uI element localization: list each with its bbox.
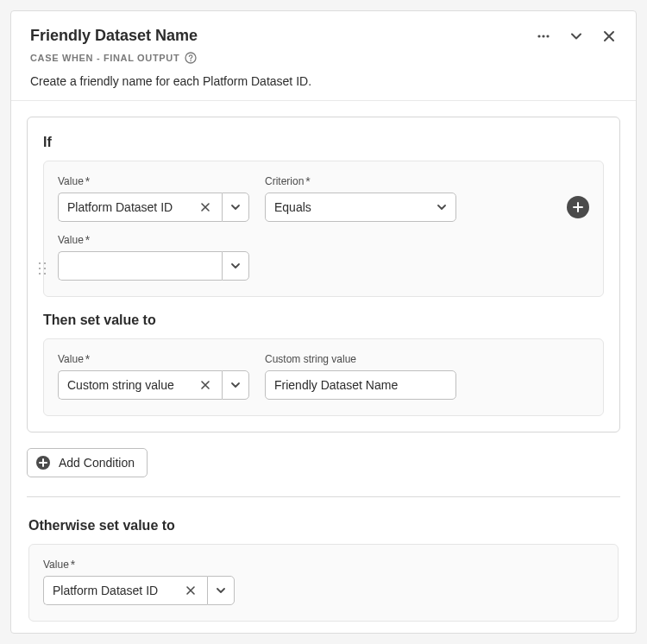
page-title: Friendly Dataset Name <box>30 27 536 45</box>
otherwise-value-label: Value* <box>43 557 235 571</box>
plus-circle-icon <box>35 454 52 471</box>
then-value-text: Custom string value <box>67 378 192 392</box>
then-label: Then set value to <box>43 313 604 328</box>
svg-point-1 <box>542 35 544 37</box>
value2-combo[interactable] <box>58 251 249 281</box>
svg-point-5 <box>39 262 41 264</box>
add-condition-button[interactable]: Add Condition <box>27 448 148 477</box>
svg-point-8 <box>44 268 46 269</box>
collapse-icon[interactable] <box>568 28 584 44</box>
otherwise-subcard: Value* Platform Dataset ID <box>28 544 619 622</box>
svg-point-6 <box>44 262 46 264</box>
derived-field-card: Friendly Dataset Name CASE WHEN - FINAL … <box>10 10 637 634</box>
value1-label: Value* <box>58 174 249 187</box>
add-row-button[interactable] <box>567 196 589 218</box>
then-block: Value* Custom string value <box>43 338 604 416</box>
then-value-label: Value* <box>58 351 249 365</box>
custom-string-label: Custom string value <box>265 353 456 365</box>
value2-input[interactable] <box>67 258 213 274</box>
otherwise-value-text: Platform Dataset ID <box>53 584 178 597</box>
criterion-label: Criterion* <box>265 174 456 187</box>
criterion-text: Equals <box>274 200 430 214</box>
close-icon[interactable] <box>601 28 617 44</box>
criterion-select[interactable]: Equals <box>265 193 456 222</box>
add-condition-label: Add Condition <box>59 456 135 470</box>
card-header: Friendly Dataset Name CASE WHEN - FINAL … <box>11 11 636 101</box>
rule-card: If Value* Platform Dataset ID <box>27 117 620 432</box>
chevron-down-icon <box>437 202 447 212</box>
more-icon[interactable] <box>536 28 551 44</box>
if-conditions: Value* Platform Dataset ID <box>43 161 604 297</box>
function-type-label: CASE WHEN - FINAL OUTPUT <box>30 53 179 63</box>
svg-point-0 <box>537 35 540 37</box>
chevron-down-icon[interactable] <box>222 370 249 400</box>
svg-point-9 <box>39 273 41 275</box>
help-icon[interactable] <box>185 52 197 64</box>
description-text: Create a friendly name for each Platform… <box>30 74 617 88</box>
svg-point-4 <box>191 60 192 62</box>
value1-combo[interactable]: Platform Dataset ID <box>58 193 249 222</box>
drag-handle-icon[interactable] <box>38 262 47 275</box>
value1-text: Platform Dataset ID <box>67 200 192 214</box>
svg-point-10 <box>44 273 46 275</box>
then-value-combo[interactable]: Custom string value <box>58 370 249 400</box>
value2-label: Value* <box>58 232 249 246</box>
custom-string-input[interactable] <box>265 370 456 400</box>
chevron-down-icon[interactable] <box>222 251 249 281</box>
svg-point-7 <box>39 268 41 269</box>
otherwise-label: Otherwise set value to <box>28 518 619 534</box>
if-label: If <box>43 135 604 150</box>
clear-icon[interactable] <box>198 199 213 215</box>
chevron-down-icon[interactable] <box>222 193 249 222</box>
clear-icon[interactable] <box>183 583 198 598</box>
chevron-down-icon[interactable] <box>207 576 235 605</box>
svg-point-2 <box>546 35 549 37</box>
divider <box>27 496 620 497</box>
clear-icon[interactable] <box>198 377 213 393</box>
otherwise-value-combo[interactable]: Platform Dataset ID <box>43 576 235 605</box>
